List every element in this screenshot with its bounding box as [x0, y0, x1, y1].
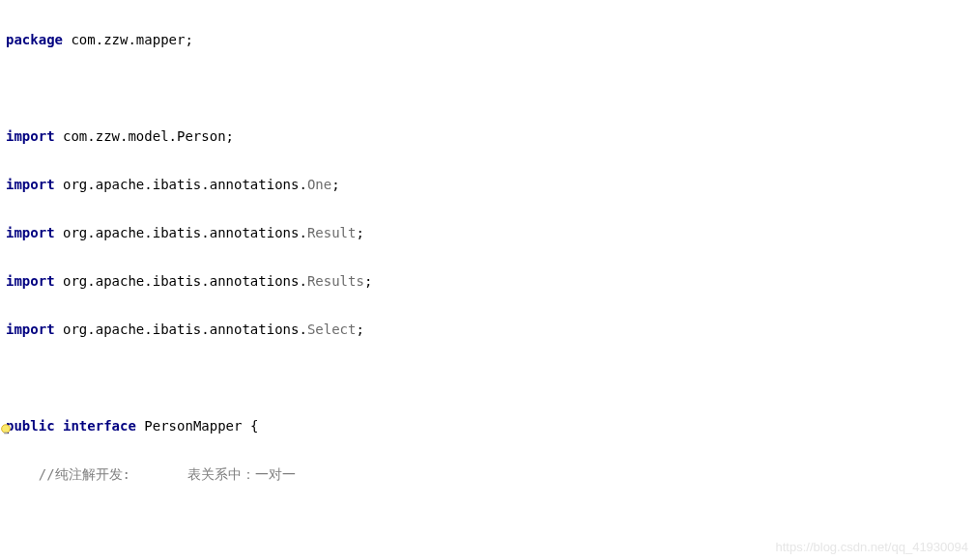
- keyword-public: public: [6, 418, 55, 434]
- keyword-import: import: [6, 225, 55, 240]
- code-line: import org.apache.ibatis.annotations.Res…: [6, 221, 976, 245]
- code-line: import org.apache.ibatis.annotations.Res…: [6, 269, 976, 294]
- comment: //纯注解开发: 表关系中：一对一: [6, 466, 296, 482]
- keyword-interface: interface: [63, 418, 136, 434]
- keyword-import: import: [6, 128, 55, 144]
- keyword-package: package: [6, 32, 63, 47]
- code-line: //纯注解开发: 表关系中：一对一: [6, 462, 976, 487]
- code-line: [6, 366, 976, 390]
- watermark-text: https://blog.csdn.net/qq_41930094: [776, 540, 969, 554]
- code-line: public interface PersonMapper {: [6, 414, 976, 438]
- code-line: import org.apache.ibatis.annotations.One…: [6, 173, 976, 197]
- code-editor[interactable]: package com.zzw.mapper; import com.zzw.m…: [0, 0, 976, 560]
- code-line: package com.zzw.mapper;: [6, 28, 976, 52]
- keyword-import: import: [6, 273, 55, 289]
- code-line: [6, 76, 976, 100]
- svg-point-0: [2, 425, 11, 434]
- bulb-icon[interactable]: [0, 423, 13, 436]
- svg-rect-1: [4, 433, 8, 434]
- code-line: import org.apache.ibatis.annotations.Sel…: [6, 318, 976, 342]
- code-line: import com.zzw.model.Person;: [6, 125, 976, 149]
- keyword-import: import: [6, 322, 55, 337]
- keyword-import: import: [6, 177, 55, 192]
- code-line: [6, 511, 976, 535]
